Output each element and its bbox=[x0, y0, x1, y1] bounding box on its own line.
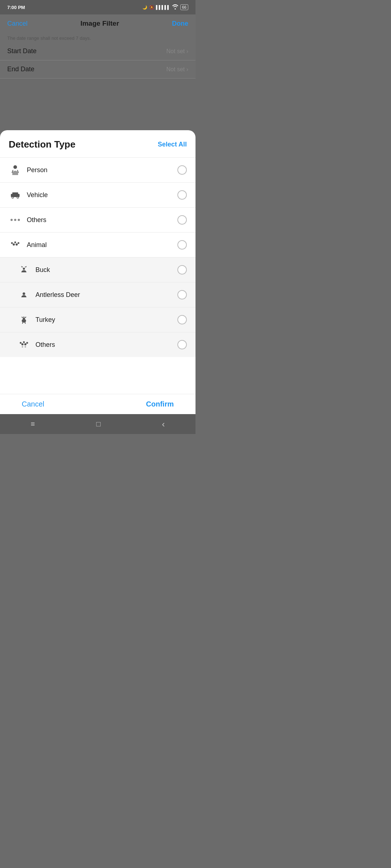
svg-point-8 bbox=[17, 197, 18, 198]
svg-point-20 bbox=[23, 318, 25, 320]
select-all-button[interactable]: Select All bbox=[158, 141, 187, 148]
turkey-label: Turkey bbox=[35, 316, 177, 324]
wifi-icon bbox=[172, 4, 178, 10]
buck-label: Buck bbox=[35, 266, 177, 274]
nav-menu-icon[interactable]: ≡ bbox=[31, 420, 35, 428]
svg-point-10 bbox=[14, 219, 16, 221]
person-icon bbox=[9, 163, 22, 176]
status-icons: 🌙 🔕 ▌▌▌▌▌ 66 bbox=[142, 4, 188, 10]
animal-icon bbox=[9, 238, 22, 251]
start-date-label: Start Date bbox=[7, 47, 37, 55]
antlerless-deer-label: Antlerless Deer bbox=[35, 291, 177, 299]
svg-point-12 bbox=[13, 243, 15, 246]
vehicle-label: Vehicle bbox=[27, 191, 177, 199]
start-date-value: Not set › bbox=[167, 48, 188, 55]
animal-radio[interactable] bbox=[177, 240, 187, 250]
others-label: Others bbox=[27, 216, 177, 224]
detection-item-vehicle[interactable]: Vehicle bbox=[0, 182, 196, 207]
sheet-title: Detection Type bbox=[9, 139, 75, 150]
svg-point-15 bbox=[14, 242, 16, 243]
svg-point-13 bbox=[16, 243, 18, 246]
end-date-value: Not set › bbox=[167, 66, 188, 73]
signal-icon: ▌▌▌▌▌ bbox=[156, 5, 170, 9]
moon-icon: 🌙 bbox=[142, 5, 147, 10]
svg-point-22 bbox=[24, 343, 26, 345]
svg-point-23 bbox=[20, 342, 22, 344]
turkey-radio[interactable] bbox=[177, 315, 187, 324]
nav-bar: ≡ □ ‹ bbox=[0, 414, 196, 434]
sheet-confirm-button[interactable]: Confirm bbox=[146, 400, 174, 408]
detection-item-others[interactable]: Others bbox=[0, 207, 196, 232]
detection-item-antlerless-deer[interactable]: Antlerless Deer bbox=[0, 282, 196, 307]
detection-item-animal[interactable]: Animal bbox=[0, 232, 196, 257]
header-done-button[interactable]: Done bbox=[172, 20, 188, 27]
vehicle-radio[interactable] bbox=[177, 190, 187, 200]
date-note: The date range shall not exceed 7 days. bbox=[0, 33, 196, 42]
header-title: Image Filter bbox=[80, 20, 119, 27]
bell-muted-icon: 🔕 bbox=[149, 5, 154, 10]
sheet-footer: Cancel Confirm bbox=[0, 394, 196, 414]
svg-point-21 bbox=[21, 343, 24, 345]
battery-icon: 66 bbox=[180, 4, 188, 10]
status-time: 7:00 PM bbox=[7, 5, 25, 10]
svg-point-24 bbox=[26, 342, 28, 344]
svg-rect-4 bbox=[12, 192, 18, 195]
detection-item-person[interactable]: Person bbox=[0, 157, 196, 182]
svg-point-14 bbox=[11, 242, 13, 244]
svg-point-16 bbox=[18, 242, 20, 244]
svg-point-18 bbox=[23, 293, 25, 295]
detection-item-turkey[interactable]: Turkey bbox=[0, 307, 196, 332]
animal-others-radio[interactable] bbox=[177, 340, 187, 349]
nav-back-icon[interactable]: ‹ bbox=[162, 419, 165, 429]
antlerless-deer-radio[interactable] bbox=[177, 290, 187, 299]
header-cancel-button[interactable]: Cancel bbox=[7, 20, 28, 27]
svg-point-7 bbox=[12, 197, 13, 198]
person-label: Person bbox=[27, 166, 177, 174]
svg-point-0 bbox=[13, 165, 17, 169]
svg-point-17 bbox=[23, 268, 25, 270]
buck-icon bbox=[17, 263, 30, 276]
sheet-cancel-button[interactable]: Cancel bbox=[22, 400, 44, 408]
buck-radio[interactable] bbox=[177, 265, 187, 275]
svg-point-27 bbox=[25, 346, 26, 348]
status-bar: 7:00 PM 🌙 🔕 ▌▌▌▌▌ 66 bbox=[0, 0, 196, 14]
vehicle-icon bbox=[9, 188, 22, 201]
svg-point-11 bbox=[18, 219, 20, 221]
animal-others-label: Others bbox=[35, 341, 177, 349]
detection-item-animal-others[interactable]: Others bbox=[0, 332, 196, 357]
antlerless-deer-icon bbox=[17, 288, 30, 301]
start-date-row[interactable]: Start Date Not set › bbox=[0, 42, 196, 60]
svg-point-26 bbox=[22, 346, 23, 348]
nav-home-icon[interactable]: □ bbox=[96, 420, 101, 428]
person-radio[interactable] bbox=[177, 165, 187, 175]
detection-type-sheet: Detection Type Select All Person bbox=[0, 130, 196, 434]
header: Cancel Image Filter Done bbox=[0, 14, 196, 33]
turkey-icon bbox=[17, 313, 30, 326]
svg-point-9 bbox=[10, 219, 13, 221]
end-date-row[interactable]: End Date Not set › bbox=[0, 60, 196, 78]
others-icon bbox=[9, 213, 22, 226]
sheet-header: Detection Type Select All bbox=[0, 139, 196, 157]
animal-others-icon bbox=[17, 338, 30, 351]
others-radio[interactable] bbox=[177, 215, 187, 225]
animal-label: Animal bbox=[27, 241, 177, 249]
detection-item-buck[interactable]: Buck bbox=[0, 257, 196, 282]
detection-list: Person Vehicle bbox=[0, 157, 196, 357]
end-date-label: End Date bbox=[7, 65, 34, 73]
svg-point-25 bbox=[23, 341, 25, 343]
